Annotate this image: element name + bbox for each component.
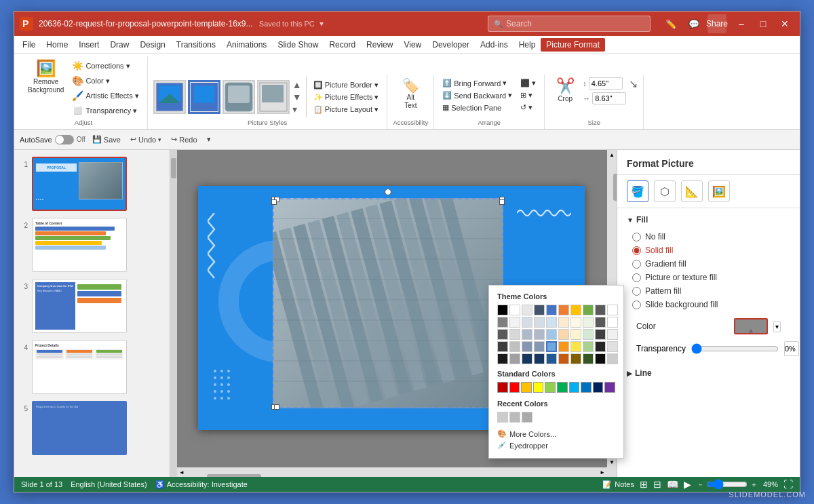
theme-color[interactable] — [607, 329, 618, 340]
picture-border-button[interactable]: 🔲 Picture Border ▾ — [311, 79, 382, 91]
redo-button[interactable]: ↪ Redo — [168, 134, 199, 145]
fill-gradient-fill[interactable]: Gradient fill — [632, 257, 785, 271]
theme-color[interactable] — [583, 353, 594, 364]
fill-pattern-fill[interactable]: Pattern fill — [632, 284, 785, 298]
transparency-button[interactable]: ◻️ Transparency ▾ — [69, 104, 141, 117]
recent-color[interactable] — [522, 412, 532, 423]
theme-color[interactable] — [607, 317, 618, 328]
theme-color[interactable] — [583, 341, 594, 352]
theme-color[interactable] — [546, 305, 557, 315]
theme-color[interactable] — [534, 317, 545, 328]
fill-slide-bg[interactable]: Slide background fill — [632, 298, 785, 311]
menu-insert[interactable]: Insert — [73, 38, 104, 52]
scroll-down-canvas[interactable]: ▼ — [607, 457, 617, 467]
hscroll-thumb[interactable] — [207, 474, 261, 477]
recent-color[interactable] — [509, 412, 520, 423]
theme-color-selected[interactable] — [546, 341, 557, 352]
edit-icon[interactable]: ✏️ — [661, 14, 680, 33]
slide-thumb-3[interactable]: 3 Company Overview for XYZ Key features … — [18, 277, 166, 334]
theme-color[interactable] — [522, 353, 532, 364]
reading-view-button[interactable]: 📖 — [667, 479, 678, 490]
menu-transitions[interactable]: Transitions — [171, 38, 221, 52]
zoom-out-button[interactable]: － — [697, 480, 704, 490]
theme-color[interactable] — [558, 305, 569, 315]
theme-color[interactable] — [509, 329, 520, 340]
theme-color[interactable] — [595, 329, 606, 340]
transparency-slider[interactable] — [691, 343, 779, 354]
menu-view[interactable]: View — [398, 38, 427, 52]
theme-color[interactable] — [570, 305, 581, 315]
menu-picture-format[interactable]: Picture Format — [541, 38, 605, 52]
menu-addins[interactable]: Add-ins — [475, 38, 513, 52]
theme-color[interactable] — [595, 341, 606, 352]
std-color[interactable] — [569, 382, 580, 393]
fp-tab-effects[interactable]: ⬡ — [654, 180, 676, 202]
theme-color[interactable] — [607, 341, 618, 352]
color-button[interactable]: 🎨 Color ▾ — [69, 74, 141, 88]
more-colors-link[interactable]: 🎨 More Colors... — [497, 428, 615, 440]
theme-color[interactable] — [607, 353, 618, 364]
pic-style-3[interactable] — [222, 80, 255, 114]
theme-color[interactable] — [558, 341, 569, 352]
rotate-button[interactable]: ↺ ▾ — [518, 102, 539, 113]
slide-preview-1[interactable]: PROPOSAL — [32, 157, 127, 211]
fill-solid-fill[interactable]: Solid fill — [632, 244, 785, 257]
fp-tab-picture[interactable]: 🖼️ — [708, 180, 730, 202]
height-input[interactable] — [589, 77, 623, 90]
artistic-effects-button[interactable]: 🖌️ Artistic Effects ▾ — [69, 89, 141, 102]
zoom-in-button[interactable]: ＋ — [750, 480, 758, 490]
menu-review[interactable]: Review — [361, 38, 398, 52]
customize-qa-button[interactable]: ▾ — [204, 134, 214, 145]
std-color[interactable] — [557, 382, 568, 393]
corrections-button[interactable]: ☀️ Corrections ▾ — [69, 59, 141, 73]
selected-image-container[interactable] — [273, 198, 503, 408]
menu-draw[interactable]: Draw — [104, 38, 134, 52]
fit-button[interactable]: ⛶ — [783, 479, 793, 490]
maximize-button[interactable]: □ — [754, 14, 773, 33]
fp-tab-fill[interactable]: 🪣 — [627, 180, 648, 202]
autosave-toggle[interactable]: AutoSave Off — [20, 135, 85, 144]
group-button[interactable]: ⊞ ▾ — [518, 90, 539, 101]
theme-color[interactable] — [497, 353, 508, 364]
pic-styles-down[interactable]: ▼ — [292, 92, 302, 102]
slide-preview-3[interactable]: Company Overview for XYZ Key features of… — [32, 279, 127, 333]
selection-pane-button[interactable]: ▦ Selection Pane — [440, 102, 515, 113]
std-color[interactable] — [509, 382, 520, 393]
std-color[interactable] — [593, 382, 604, 393]
theme-color[interactable] — [509, 341, 520, 352]
normal-view-button[interactable]: ⊞ — [640, 479, 648, 490]
theme-color[interactable] — [509, 353, 520, 364]
menu-help[interactable]: Help — [513, 38, 541, 52]
picture-effects-button[interactable]: ✨ Picture Effects ▾ — [311, 92, 382, 103]
theme-color[interactable] — [546, 317, 557, 328]
theme-color[interactable] — [534, 341, 545, 352]
vscroll-thumb[interactable] — [613, 174, 617, 201]
line-section-header[interactable]: ▶ Line — [627, 366, 790, 381]
theme-color[interactable] — [570, 353, 581, 364]
bring-forward-button[interactable]: ⬆️ Bring Forward ▾ — [440, 77, 515, 89]
scroll-left[interactable]: ◄ — [177, 469, 187, 476]
pic-style-1[interactable] — [153, 80, 186, 114]
slide-thumb-2[interactable]: 2 Table of Content — [18, 216, 166, 273]
undo-button[interactable]: ↩ Undo ▾ — [128, 134, 164, 145]
fill-picture-texture[interactable]: Picture or texture fill — [632, 271, 785, 284]
theme-color[interactable] — [522, 305, 532, 315]
scroll-up[interactable]: ▲ — [607, 150, 617, 160]
color-dropdown-arrow[interactable]: ▾ — [773, 321, 781, 332]
menu-file[interactable]: File — [17, 38, 41, 52]
color-button-fill[interactable]: A — [734, 318, 768, 334]
chat-icon[interactable]: 💬 — [684, 14, 703, 33]
scroll-right[interactable]: ► — [598, 469, 607, 476]
slide-show-button[interactable]: ▶ — [684, 479, 691, 490]
scrollbar-thumb[interactable] — [171, 158, 176, 178]
theme-color[interactable] — [522, 341, 532, 352]
theme-color[interactable] — [595, 317, 606, 328]
menu-developer[interactable]: Developer — [427, 38, 475, 52]
theme-color[interactable] — [607, 305, 618, 315]
theme-color[interactable] — [583, 305, 594, 315]
theme-color[interactable] — [595, 353, 606, 364]
theme-color[interactable] — [546, 353, 557, 364]
theme-color[interactable] — [522, 329, 532, 340]
theme-color[interactable] — [497, 305, 508, 315]
std-color[interactable] — [497, 382, 508, 393]
